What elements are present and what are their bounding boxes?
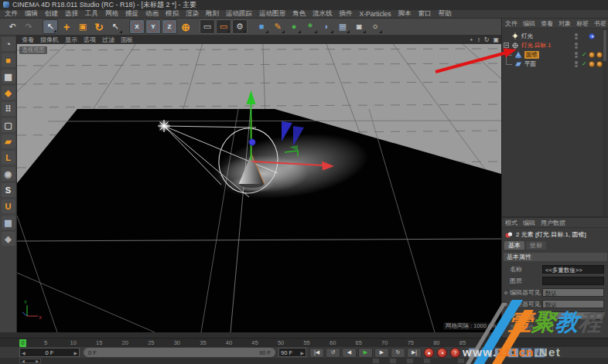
metaball-menu[interactable]: ◗ <box>319 19 334 34</box>
viewport-menu-3[interactable]: 选项 <box>84 36 96 44</box>
menubar-item-9[interactable]: 渲染 <box>186 9 199 19</box>
texture-mode[interactable]: ▩ <box>2 70 15 83</box>
am-menu-2[interactable]: 用户数据 <box>541 219 565 227</box>
workplane-mode[interactable]: ◆ <box>2 86 15 100</box>
menubar-item-13[interactable]: 角色 <box>292 9 306 19</box>
polygons-mode[interactable]: ▰ <box>2 134 15 148</box>
menubar-item-4[interactable]: 工具 <box>85 9 98 19</box>
render-view-button[interactable]: ▭ <box>200 19 215 34</box>
spline-pen-menu[interactable]: ✎ <box>270 19 285 34</box>
lock-z-axis[interactable]: Z <box>162 19 177 34</box>
enabled-check[interactable]: ✓ <box>582 60 587 69</box>
anim-dot[interactable] <box>504 291 507 294</box>
play-rate-button[interactable]: ↻ <box>391 348 405 358</box>
toggle-view-icon[interactable]: ▣ <box>493 36 499 43</box>
menubar-item-12[interactable]: 运动图形 <box>259 9 285 19</box>
object-row-light[interactable]: 灯光 <box>502 32 603 41</box>
prev-frame-button[interactable]: ◀ <box>342 348 357 358</box>
menubar-item-10[interactable]: 雕刻 <box>206 9 219 19</box>
model-mode[interactable]: ■ <box>2 53 15 67</box>
coordinate-system-toggle[interactable]: ⊕ <box>178 19 193 34</box>
render-settings-button[interactable]: ⚙ <box>232 19 248 34</box>
object-manager-scrollbar[interactable] <box>603 29 607 216</box>
om-menu-1[interactable]: 编辑 <box>523 19 535 28</box>
tab-basic[interactable]: 基本 <box>504 241 524 250</box>
menubar-item-17[interactable]: 脚本 <box>398 9 412 19</box>
object-name[interactable]: 灯光 <box>521 32 533 40</box>
camera-menu[interactable]: ◙ <box>351 19 367 34</box>
goto-end-button[interactable]: ▶| <box>407 348 422 358</box>
viewport-menu-0[interactable]: 查看 <box>22 36 34 44</box>
menubar-item-2[interactable]: 创建 <box>45 9 58 19</box>
lock-x-axis[interactable]: X <box>129 19 145 34</box>
menubar-item-16[interactable]: X-Particles <box>360 10 391 18</box>
zoom-view-icon[interactable]: ↕ <box>477 36 480 43</box>
character-figure-button[interactable]: ♙ <box>534 348 545 358</box>
menubar-item-7[interactable]: 动画 <box>145 9 159 19</box>
object-row-plane[interactable]: 平面 ✓ <box>502 60 603 69</box>
viewport-menu-4[interactable]: 过滤 <box>102 36 114 44</box>
menubar-item-11[interactable]: 运动跟踪 <box>226 9 252 19</box>
snap-toggle[interactable]: S <box>2 183 15 197</box>
key-scale-toggle[interactable]: ▢ <box>481 348 493 358</box>
live-selection-tool[interactable]: ↖ <box>43 19 58 34</box>
menubar-item-18[interactable]: 窗口 <box>418 9 432 19</box>
menubar-item-3[interactable]: 选择 <box>65 9 78 19</box>
timeline-ruler[interactable]: 0 510152025303540455055606570758085 <box>0 338 608 347</box>
object-row-cone[interactable]: 圆锥 ✓ <box>502 50 603 60</box>
key-rotation-toggle[interactable]: ↻ <box>494 348 506 358</box>
phong-tag-icon[interactable] <box>589 61 595 67</box>
next-frame-button[interactable]: ▶ <box>374 348 389 358</box>
om-menu-3[interactable]: 对象 <box>558 19 571 28</box>
enabled-check[interactable]: ✓ <box>582 50 587 60</box>
make-editable[interactable]: ◔ <box>2 37 15 51</box>
magnet-snap[interactable]: U <box>2 199 15 213</box>
rotate-tool[interactable]: ↻ <box>91 19 107 34</box>
goto-start-button[interactable]: |◀ <box>309 348 324 358</box>
menubar-item-1[interactable]: 编辑 <box>25 9 38 19</box>
timeline-playhead[interactable]: 0 <box>19 339 26 347</box>
last-used-tool[interactable]: ↖ <box>108 19 123 34</box>
menubar-item-14[interactable]: 流水线 <box>313 9 333 19</box>
key-parameter-toggle[interactable]: ● <box>507 348 519 358</box>
anim-dot[interactable] <box>504 315 507 318</box>
display-color-swatch[interactable] <box>542 324 553 331</box>
viewport-menu-5[interactable]: 面板 <box>121 36 133 44</box>
key-pla-toggle[interactable]: ⠿ <box>521 348 532 358</box>
menubar-item-15[interactable]: 插件 <box>340 9 353 19</box>
visibility-dots[interactable] <box>575 52 579 59</box>
layer-field[interactable] <box>542 277 604 285</box>
rotate-view-icon[interactable]: ↻ <box>484 36 490 43</box>
object-manager[interactable]: 灯光 − 灯光.目标.1 <box>502 29 608 216</box>
tab-coordinates[interactable]: 坐标 <box>526 241 546 250</box>
menubar-item-6[interactable]: 捕捉 <box>125 9 138 19</box>
viewport-canvas[interactable]: Y X 透视视图 网格间隔 : 1000 cm <box>17 44 501 332</box>
light-menu[interactable]: ○ <box>367 19 383 34</box>
object-name[interactable]: 灯光.目标.1 <box>521 42 551 49</box>
object-name-selected[interactable]: 圆锥 <box>524 51 539 59</box>
om-menu-2[interactable]: 查看 <box>541 19 553 28</box>
end-frame-spinner[interactable]: 90 F▶ <box>278 348 306 357</box>
floor-environment-menu[interactable]: ▦ <box>335 19 350 34</box>
pan-view-icon[interactable]: + <box>470 36 473 43</box>
phong-tag-icon[interactable] <box>589 52 595 58</box>
target-tag-icon[interactable] <box>589 33 595 39</box>
use-color-dropdown[interactable]: 关闭 <box>542 311 604 320</box>
name-field[interactable]: <<多重数值>> <box>542 265 604 274</box>
viewport-menu-1[interactable]: 摄像机 <box>40 36 59 44</box>
play-button[interactable]: ▶ <box>358 348 373 358</box>
record-keyframe-button[interactable]: ● <box>424 348 434 358</box>
phong-tag-icon[interactable] <box>596 52 603 58</box>
preview-range-slider[interactable]: 0 F 90 F <box>84 348 275 357</box>
am-menu-0[interactable]: 模式 <box>505 219 517 227</box>
object-name[interactable]: 平面 <box>524 60 536 68</box>
redo-button[interactable]: ↷ <box>21 19 36 34</box>
move-tool[interactable]: + <box>59 19 74 34</box>
render-visibility-dropdown[interactable]: 默认 <box>542 300 604 308</box>
loop-mode-button[interactable]: ↺ <box>326 348 340 358</box>
viewport-menu-2[interactable]: 显示 <box>65 36 77 44</box>
phong-tag-icon[interactable] <box>596 61 603 67</box>
start-frame-spinner[interactable]: ◀0 F▶ <box>19 348 80 357</box>
mograph-generators-menu[interactable]: * <box>302 19 318 34</box>
anim-dot[interactable] <box>504 303 507 306</box>
